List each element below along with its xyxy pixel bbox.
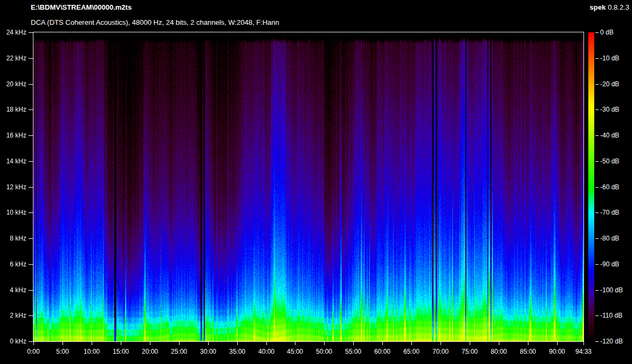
spectrogram-frame — [33, 32, 584, 342]
freq-tick-label: 18 kHz — [0, 106, 26, 113]
db-tick — [595, 187, 599, 188]
time-tick — [295, 342, 296, 345]
spek-window: E:\BDMV\STREAM\00000.m2ts spek0.8.2.3 DC… — [0, 0, 632, 364]
db-tick — [595, 341, 599, 342]
time-tick — [557, 342, 558, 345]
db-tick — [595, 212, 599, 213]
db-tick-label: 0 dB — [600, 29, 632, 36]
db-tick-label: -30 dB — [600, 106, 632, 113]
time-tick-label: 20:00 — [134, 348, 166, 355]
time-tick-label: 50:00 — [308, 348, 340, 355]
time-tick — [583, 342, 584, 345]
db-tick-label: -100 dB — [600, 286, 632, 294]
spectrogram-canvas — [33, 32, 583, 341]
db-tick — [595, 32, 599, 33]
time-tick — [121, 342, 121, 345]
freq-tick-label: 16 kHz — [0, 132, 26, 139]
freq-tick — [29, 315, 33, 316]
db-tick — [595, 290, 599, 291]
freq-tick-label: 10 kHz — [0, 209, 26, 216]
freq-tick-label: 14 kHz — [0, 157, 26, 165]
file-path-title: E:\BDMV\STREAM\00000.m2ts — [31, 3, 132, 11]
time-tick — [92, 342, 92, 345]
time-tick-label: 94:33 — [567, 348, 600, 355]
db-tick — [595, 238, 599, 239]
time-tick — [179, 342, 180, 345]
time-tick-label: 25:00 — [163, 348, 195, 355]
freq-tick-label: 2 kHz — [0, 312, 26, 319]
time-tick — [382, 342, 383, 345]
freq-tick-label: 4 kHz — [0, 286, 26, 294]
db-tick-label: -40 dB — [600, 132, 632, 139]
freq-tick — [29, 290, 33, 291]
freq-tick — [29, 84, 33, 85]
time-tick — [208, 342, 209, 345]
time-tick-label: 45:00 — [279, 348, 311, 355]
time-tick-label: 30:00 — [192, 348, 224, 355]
time-tick-label: 55:00 — [337, 348, 369, 355]
freq-tick-label: 6 kHz — [0, 260, 26, 268]
db-tick — [595, 58, 599, 59]
stream-info: DCA (DTS Coherent Acoustics), 48000 Hz, … — [31, 18, 279, 26]
time-tick — [441, 342, 441, 345]
time-tick — [63, 342, 63, 345]
freq-tick — [29, 187, 33, 188]
db-tick-label: -20 dB — [600, 80, 632, 88]
freq-tick — [29, 341, 33, 342]
db-tick-label: -10 dB — [600, 54, 632, 62]
db-tick-label: -50 dB — [600, 157, 632, 165]
freq-tick — [29, 238, 33, 239]
freq-tick — [29, 135, 33, 136]
time-tick-label: 40:00 — [250, 348, 283, 355]
freq-tick-label: 8 kHz — [0, 235, 26, 242]
time-tick — [33, 342, 34, 345]
time-tick — [353, 342, 354, 345]
db-tick-label: -70 dB — [600, 209, 632, 216]
time-tick-label: 65:00 — [395, 348, 428, 355]
time-tick — [324, 342, 325, 345]
db-tick-label: -90 dB — [600, 260, 632, 268]
db-tick — [595, 84, 599, 85]
time-tick — [470, 342, 470, 345]
time-tick — [237, 342, 238, 345]
freq-tick — [29, 58, 33, 59]
freq-tick-label: 12 kHz — [0, 183, 26, 191]
db-tick — [595, 315, 599, 316]
time-tick-label: 85:00 — [512, 348, 544, 355]
db-tick-label: -120 dB — [600, 338, 632, 345]
freq-tick — [29, 32, 33, 33]
db-tick-label: -80 dB — [600, 235, 632, 242]
time-tick — [266, 342, 267, 345]
freq-tick-label: 24 kHz — [0, 29, 26, 36]
time-tick — [499, 342, 499, 345]
legend-gradient-bar — [588, 32, 594, 341]
time-tick-label: 35:00 — [221, 348, 253, 355]
time-tick-label: 60:00 — [366, 348, 399, 355]
time-tick — [411, 342, 412, 345]
freq-tick — [29, 264, 33, 265]
time-tick-label: 15:00 — [105, 348, 137, 355]
app-version: 0.8.2.3 — [608, 3, 629, 11]
freq-tick-label: 20 kHz — [0, 80, 26, 88]
app-name: spek — [590, 3, 606, 11]
db-tick — [595, 264, 599, 265]
db-tick-label: -110 dB — [600, 312, 632, 319]
time-tick-label: 75:00 — [454, 348, 486, 355]
db-tick — [595, 135, 599, 136]
freq-tick-label: 22 kHz — [0, 54, 26, 62]
time-tick-label: 10:00 — [75, 348, 108, 355]
freq-tick-label: 0 kHz — [0, 338, 26, 345]
time-tick-label: 80:00 — [483, 348, 515, 355]
time-tick — [150, 342, 150, 345]
freq-tick — [29, 161, 33, 162]
freq-tick — [29, 109, 33, 110]
time-tick-label: 5:00 — [46, 348, 79, 355]
db-tick — [595, 109, 599, 110]
time-tick-label: 0:00 — [17, 348, 50, 355]
app-brand: spek0.8.2.3 — [590, 3, 629, 11]
time-tick — [528, 342, 528, 345]
time-tick-label: 70:00 — [424, 348, 457, 355]
db-tick-label: -60 dB — [600, 183, 632, 191]
db-tick — [595, 161, 599, 162]
freq-tick — [29, 212, 33, 213]
